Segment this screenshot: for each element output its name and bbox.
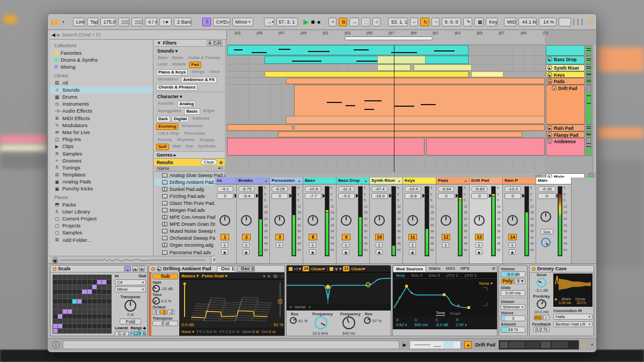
solo-button[interactable]: S xyxy=(276,242,283,248)
hotswap-icon[interactable]: ⟳ xyxy=(132,266,138,271)
clip[interactable] xyxy=(265,71,469,77)
mixer-strip-drift-pad[interactable]: Drift Pad-5.83013S◉6061218243036424860 xyxy=(470,178,503,263)
track-gain-field[interactable]: -6.6 xyxy=(405,193,421,199)
ir-category-menu[interactable]: Halls▾ xyxy=(553,314,592,320)
filter-tag-basic[interactable]: Basic xyxy=(184,108,200,115)
poly-mode-button[interactable]: Poly xyxy=(501,278,514,284)
pan-knob[interactable] xyxy=(374,215,385,226)
scale-grid-cell[interactable] xyxy=(77,309,82,314)
pan-knob[interactable] xyxy=(407,215,418,226)
scale-grid-cell[interactable] xyxy=(58,299,62,304)
result-item[interactable]: Glass Thin Pure Pad.adv xyxy=(155,200,225,206)
scale-grid-cell[interactable] xyxy=(102,280,106,284)
subtab-lfo1[interactable]: LFO 1 xyxy=(443,273,461,278)
solo-button[interactable]: Solo xyxy=(540,229,553,234)
envelope-display[interactable]: Amp Env 2 Env 3 LFO 1 LFO 2 None ▾ Time … xyxy=(393,272,497,316)
sidebar-item-samples[interactable]: ▢Samples xyxy=(50,229,153,236)
mixer-strip-name[interactable]: Synth Riser ⌄ xyxy=(370,178,402,184)
rack-header[interactable]: ▶ Drifting Ambient Pad ▪ Osc 1 ▪ Osc 2 xyxy=(149,265,284,272)
scale-grid-cell[interactable] xyxy=(82,275,86,279)
rack-on-led[interactable] xyxy=(151,267,155,271)
scale-grid-cell[interactable] xyxy=(58,319,62,323)
track-volume-display[interactable]: -19.4 xyxy=(405,186,421,192)
filter-tag-sub[interactable]: Sub xyxy=(184,144,195,150)
filter1-on[interactable] xyxy=(289,267,292,271)
pan-knob[interactable] xyxy=(474,215,485,226)
scale-grid-cell[interactable] xyxy=(77,304,82,308)
mixer-strip-keys[interactable]: Keys-19.4-6.611S◉6061218243036424860 xyxy=(403,178,436,263)
wt-next-icon[interactable]: ▸ xyxy=(268,274,270,278)
scale-grid-cell[interactable] xyxy=(92,309,97,314)
sidebar-item-modulators[interactable]: ∿Modulators xyxy=(50,122,153,129)
pan-knob[interactable] xyxy=(219,215,230,226)
track-header-synth-riser[interactable]: ▶Synth Riser xyxy=(546,64,585,71)
filter-tag-chords-phrases[interactable]: Chords & Phrases xyxy=(156,84,197,91)
filter2-on[interactable] xyxy=(330,267,333,271)
mixer-strip-name[interactable]: Bass Drop ⌄ xyxy=(336,178,369,184)
track-lane[interactable] xyxy=(227,45,545,56)
sidebar-item-mixing[interactable]: Mixing xyxy=(50,63,153,70)
gain-knob[interactable] xyxy=(152,285,160,292)
scale-grid-cell[interactable] xyxy=(107,319,111,323)
cue-button[interactable]: ◉ xyxy=(509,249,516,255)
tone-knob[interactable] xyxy=(152,297,160,305)
scale-grid-cell[interactable] xyxy=(68,294,72,299)
filter-tag-lead[interactable]: Lead xyxy=(156,62,169,68)
punch-in-button[interactable]: ⌐ xyxy=(410,18,418,26)
scale-grid-cell[interactable] xyxy=(92,280,97,284)
scale-grid-cell[interactable] xyxy=(72,324,77,328)
scale-grid-cell[interactable] xyxy=(72,290,77,294)
scale-grid-cell[interactable] xyxy=(87,324,92,328)
mixer-strip-pads[interactable]: Pads ⌄-5.84012S6061218243036424860 xyxy=(436,178,470,263)
track-header-keys[interactable]: ▶Keys xyxy=(546,71,585,78)
glide-value[interactable]: 0.00 ms xyxy=(501,290,525,296)
track-play-icon[interactable]: ▶ xyxy=(547,72,552,77)
tap-button[interactable]: Tap xyxy=(87,18,98,26)
solo-button[interactable]: S xyxy=(442,242,449,248)
filter-display[interactable] xyxy=(287,272,391,304)
amount-value[interactable]: 18 % xyxy=(501,327,525,333)
tempo-field[interactable]: 175.00 xyxy=(100,18,116,26)
scale-grid-cell[interactable] xyxy=(58,294,62,299)
clip[interactable] xyxy=(227,138,425,156)
track-header-unnamed[interactable] xyxy=(546,45,585,56)
scale-grid-cell[interactable] xyxy=(53,290,57,294)
scale-grid-cell[interactable] xyxy=(102,294,106,299)
unison-mode-menu[interactable]: Shimmer▾ xyxy=(501,304,525,310)
scale-grid-cell[interactable] xyxy=(68,314,72,319)
scale-grid-cell[interactable] xyxy=(63,285,67,289)
decay-field[interactable]: D600 ms xyxy=(414,317,428,328)
fold-button[interactable]: Fold xyxy=(120,319,141,324)
track-number[interactable]: 8 xyxy=(309,234,317,240)
scale-grid-cell[interactable] xyxy=(97,324,101,328)
scale-grid-cell[interactable] xyxy=(87,304,92,308)
result-item[interactable]: Muted Noise Sweep Pad.adv xyxy=(155,228,225,235)
scale-grid-cell[interactable] xyxy=(72,304,77,308)
filter2-circuit-menu[interactable]: Clean▾ xyxy=(351,267,365,271)
scale-out-select[interactable]: Minor▾ xyxy=(115,286,146,292)
wt-fx1[interactable]: FX 1 0.0 % xyxy=(197,329,217,334)
mixer-strip-name[interactable]: Drift Pad xyxy=(470,178,502,184)
feedback-value[interactable]: 0.0 % xyxy=(533,327,550,332)
warning-triangle-icon[interactable]: ▲ xyxy=(464,341,472,349)
scale-grid-cell[interactable] xyxy=(53,314,57,319)
pan-knob[interactable] xyxy=(540,211,551,222)
mixer-strip-name[interactable]: ns xyxy=(215,178,236,184)
device-scale-header[interactable]: Scale ▪ ⟳ ⚿ xyxy=(50,265,147,272)
scale-grid-cell[interactable] xyxy=(107,275,111,279)
tab-mod-sources[interactable]: Mod Sources xyxy=(393,265,426,272)
filter-tag-bass[interactable]: Bass xyxy=(156,55,169,61)
scale-grid-cell[interactable] xyxy=(63,329,67,333)
sidebar-item-templates[interactable]: ⊟Templates xyxy=(50,171,153,178)
wt-prev-icon[interactable]: ◂ xyxy=(263,274,265,278)
sidebar-item-midi-effects[interactable]: ≣MIDI Effects xyxy=(50,115,153,122)
scale-grid-cell[interactable] xyxy=(107,329,111,333)
scale-grid-cell[interactable] xyxy=(68,319,72,323)
scale-grid-cell[interactable] xyxy=(87,299,92,304)
filter-tag-analog[interactable]: Analog xyxy=(177,101,196,107)
tab-midi[interactable]: MIDI xyxy=(443,265,458,272)
loop-brace[interactable] xyxy=(345,36,433,40)
record-button[interactable]: ● xyxy=(317,18,321,26)
solo-button[interactable]: S xyxy=(376,242,383,248)
wt-fx-mode-menu[interactable]: None ▾ xyxy=(181,329,194,334)
